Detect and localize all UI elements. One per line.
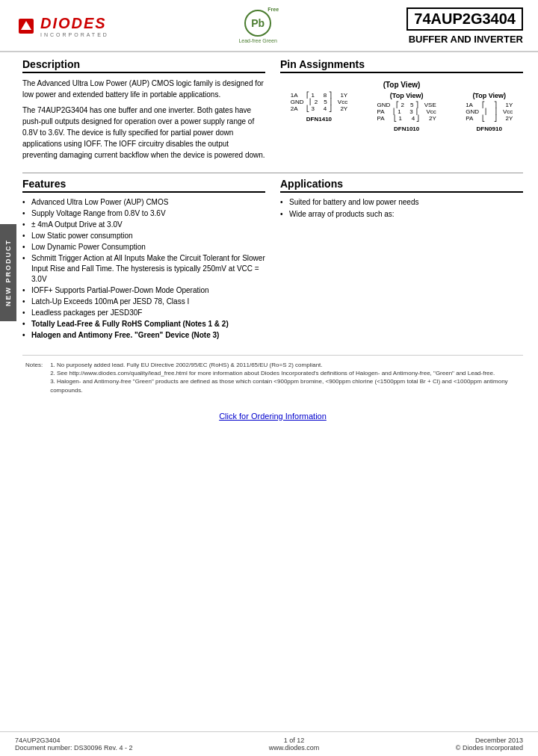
feature-latchup: Latch-Up Exceeds 100mA per JESD 78, Clas… <box>22 297 265 307</box>
dfn0910-1y: 1Y <box>505 102 513 108</box>
feature-voltage: Supply Voltage Range from 0.8V to 3.6V <box>22 208 265 219</box>
footer-website: www.diodes.com <box>269 744 320 752</box>
dfn1010-2y: 2Y <box>429 115 436 122</box>
dfn1010-pa2: PA <box>377 115 385 122</box>
notes-table: Notes: 1. No purposely added lead. Fully… <box>22 359 523 397</box>
dfn1010-topview-label: (Top View) <box>390 92 424 99</box>
features-section: Features Advanced Ultra Low Power (AUP) … <box>22 178 265 341</box>
section-divider-1 <box>22 173 523 173</box>
description-body: The Advanced Ultra Low Power (AUP) CMOS … <box>22 78 265 161</box>
pin-assignments-section: Pin Assignments (Top View) 1A ⎡ 1 8 ⎤ 1Y <box>280 58 523 161</box>
dfn1010-vcc: Vcc <box>426 108 436 115</box>
pin-dfn1410: (Top View) 1A ⎡ 1 8 ⎤ 1Y GND <box>280 78 523 135</box>
dfn1010-vse: VSE <box>424 102 436 108</box>
pin-gnd: GND <box>291 99 304 105</box>
notes-content: 1. No purposely added lead. Fully EU Dir… <box>49 360 522 395</box>
part-number: 74AUP2G3404 <box>406 7 523 31</box>
feature-partial: IOFF+ Supports Partial-Power-Down Mode O… <box>22 285 265 296</box>
diodes-logo-icon <box>15 15 37 37</box>
feature-halogen: Halogen and Antimony Free. "Green" Devic… <box>22 330 265 341</box>
new-product-text: NEW PRODUCT <box>4 239 12 306</box>
dfn0910-package-label: DFN0910 <box>477 126 502 132</box>
note-1: 1. No purposely added lead. Fully EU Dir… <box>50 361 520 369</box>
feature-aup: Advanced Ultra Low Power (AUP) CMOS <box>22 197 265 208</box>
pb-symbol: Pb <box>251 17 265 29</box>
footer-date: December 2013 <box>456 737 523 744</box>
description-para-2: The 74AUP2G3404 has one buffer and one i… <box>22 105 265 161</box>
dfn0910-vcc: Vcc <box>503 108 513 115</box>
footer-center: 1 of 12 www.diodes.com <box>269 737 320 752</box>
part-info: 74AUP2G3404 BUFFER AND INVERTER <box>406 7 523 45</box>
new-product-label: NEW PRODUCT <box>0 224 16 321</box>
ordering-link[interactable]: Click for Ordering Information <box>219 412 327 421</box>
feature-schmitt: Schmitt Trigger Action at All Inputs Mak… <box>22 253 265 285</box>
page-footer: 74AUP2G3404 Document number: DS30096 Rev… <box>0 731 538 756</box>
dfn0910-topview-label: (Top View) <box>472 92 506 99</box>
pin-dfn1410-topview-label: (Top View) <box>280 81 523 89</box>
pin-2y: 2Y <box>340 105 347 112</box>
dfn1010-gnd: GND <box>377 102 391 108</box>
dfn1410-package-label: DFN1410 <box>306 116 332 123</box>
page-header: DIODES INCORPORATED Pb Free Lead-free Gr… <box>0 0 538 52</box>
pin-2a: 2A <box>291 105 298 112</box>
app-wide-array: Wide array of products such as: <box>280 209 523 220</box>
description-title: Description <box>22 58 265 73</box>
description-section: Description The Advanced Ultra Low Power… <box>22 58 265 161</box>
footer-right: December 2013 © Diodes Incorporated <box>456 737 523 752</box>
app-battery: Suited for battery and low power needs <box>280 197 523 208</box>
feature-static: Low Static power consumption <box>22 231 265 241</box>
dfn1410-rows: 1A ⎡ 1 8 ⎤ 1Y GND ⎢ 2 5 ⎥ Vcc <box>291 92 347 112</box>
notes-label: Notes: <box>24 360 47 395</box>
pin-1y: 1Y <box>340 92 347 99</box>
pin-diagram-dfn1410: 1A ⎡ 1 8 ⎤ 1Y GND ⎢ 2 5 ⎥ Vcc <box>291 92 347 123</box>
dfn0910-2y: 2Y <box>505 115 513 122</box>
note-2: 2. See http://www.diodes.com/quality/lea… <box>50 369 520 377</box>
pin-assignments-title: Pin Assignments <box>280 58 523 73</box>
bottom-section: Features Advanced Ultra Low Power (AUP) … <box>22 178 523 349</box>
feature-output: ± 4mA Output Drive at 3.0V <box>22 220 265 230</box>
dfn0910-pa: PA <box>466 115 473 122</box>
footer-doc-number: Document number: DS30096 Rev. 4 - 2 <box>15 744 132 752</box>
features-list: Advanced Ultra Low Power (AUP) CMOS Supp… <box>22 197 265 341</box>
pin-vcc: Vcc <box>338 99 347 105</box>
feature-dynamic: Low Dynamic Power Consumption <box>22 242 265 252</box>
diodes-logo-sub: INCORPORATED <box>40 32 109 37</box>
features-title: Features <box>22 178 265 193</box>
pin-diagram-dfn1010: (Top View) GND ⎡ 2 5 ⎤ VSE PA ⎢ 1 <box>377 92 436 132</box>
part-description: BUFFER AND INVERTER <box>406 34 523 45</box>
applications-title: Applications <box>280 178 523 193</box>
applications-list: Suited for battery and low power needs W… <box>280 197 523 220</box>
footer-copyright: © Diodes Incorporated <box>456 744 523 752</box>
pb-free-logo: Pb Free Lead-free Green <box>238 10 276 43</box>
footer-left: 74AUP2G3404 Document number: DS30096 Rev… <box>15 737 132 752</box>
diodes-logo: DIODES INCORPORATED <box>15 15 109 37</box>
ordering-link-container[interactable]: Click for Ordering Information <box>22 412 523 421</box>
dfn1010-pa1: PA <box>377 108 385 115</box>
notes-section: Notes: 1. No purposely added lead. Fully… <box>22 355 523 397</box>
description-para-1: The Advanced Ultra Low Power (AUP) CMOS … <box>22 78 265 100</box>
pb-circle: Pb Free <box>244 10 271 37</box>
diodes-logo-text: DIODES <box>40 15 109 32</box>
footer-part-number: 74AUP2G3404 <box>15 737 132 744</box>
pin-1a: 1A <box>291 92 298 99</box>
dfn0910-gnd: GND <box>466 108 479 115</box>
pin-diagram-dfn0910: (Top View) 1A ⎡ ⎤ 1Y GND ⎢ ⎥ <box>466 92 513 132</box>
applications-section: Applications Suited for battery and low … <box>280 178 523 341</box>
feature-leadless: Leadless packages per JESD30F <box>22 308 265 318</box>
top-section: Description The Advanced Ultra Low Power… <box>22 58 523 168</box>
note-3: 3. Halogen- and Antimony-free "Green" pr… <box>50 377 520 394</box>
dfn1010-package-label: DFN1010 <box>394 126 419 132</box>
feature-rohs: Totally Lead-Free & Fully RoHS Compliant… <box>22 319 265 329</box>
pb-free-text: Free <box>268 7 279 12</box>
notes-row: Notes: 1. No purposely added lead. Fully… <box>24 360 522 395</box>
pb-sub-text: Lead-free Green <box>238 38 276 43</box>
dfn0910-1a: 1A <box>466 102 473 108</box>
footer-page: 1 of 12 <box>269 737 320 744</box>
